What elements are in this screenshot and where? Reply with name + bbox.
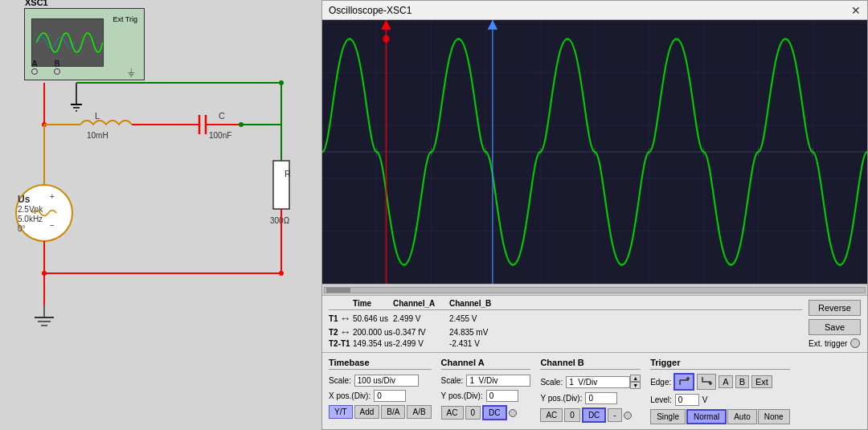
chb-ypos-row: Y pos.(Div): — [540, 392, 641, 404]
chb-minus-button[interactable]: - — [608, 408, 621, 422]
controls-panel: Timebase Scale: X pos.(Div): Y/T Add B/A… — [322, 352, 867, 429]
timebase-scale-input[interactable] — [354, 375, 419, 387]
svg-text:100nF: 100nF — [209, 131, 231, 140]
cha-btn-row: AC 0 DC — [441, 405, 531, 420]
cha-title: Channel A — [441, 358, 531, 370]
meas-row-t2t1: T2-T1 149.354 us -2.499 V -2.431 V — [329, 339, 802, 348]
trigger-edge-label: Edge: — [650, 378, 671, 387]
cha-radio[interactable] — [509, 409, 517, 417]
scrollbar-thumb[interactable] — [326, 288, 350, 293]
chb-ypos-input[interactable] — [585, 392, 617, 404]
cha-ac-button[interactable]: AC — [441, 406, 464, 420]
meas-row-t2: T2 ↔ 200.000 us -0.347 fV 24.835 mV — [329, 326, 802, 338]
svg-rect-22 — [273, 161, 289, 209]
ab-button[interactable]: A/B — [407, 405, 431, 419]
svg-text:10mH: 10mH — [87, 131, 108, 140]
chb-scale-down[interactable]: ▼ — [630, 382, 641, 389]
svg-point-69 — [383, 35, 389, 43]
auto-button[interactable]: Auto — [727, 409, 757, 424]
ba-button[interactable]: B/A — [381, 405, 405, 419]
chb-ac-button[interactable]: AC — [540, 408, 563, 422]
chb-header: Channel_B — [449, 299, 506, 308]
trigger-ext-button[interactable]: Ext — [751, 375, 772, 388]
t2-arrows[interactable]: ↔ — [340, 326, 351, 338]
close-button[interactable]: ✕ — [851, 4, 861, 17]
oscilloscope-display — [322, 20, 867, 284]
trigger-level-row: Level: V — [650, 394, 790, 406]
t1-cha: 2.499 V — [393, 314, 449, 323]
chb-scale-input[interactable] — [566, 376, 630, 388]
cha-ypos-label: Y pos.(Div): — [441, 391, 483, 400]
meas-buttons: Reverse Save Ext. trigger — [809, 299, 861, 349]
meas-header: Time Channel_A Channel_B — [329, 299, 802, 310]
timebase-scale-row: Scale: — [329, 375, 432, 387]
chb-ypos-label: Y pos.(Div): — [540, 394, 582, 403]
t2-time: 200.000 us — [353, 328, 393, 337]
cha-scale-input[interactable] — [466, 375, 530, 387]
none-button[interactable]: None — [758, 409, 790, 424]
ext-trigger-indicator — [850, 338, 860, 348]
cha-ypos-row: Y pos.(Div): — [441, 390, 531, 402]
t2-cha: -0.347 fV — [393, 328, 449, 337]
cha-scale-label: Scale: — [441, 376, 464, 385]
cha-ypos-input[interactable] — [486, 390, 518, 402]
svg-text:5.0kHz: 5.0kHz — [18, 215, 43, 223]
timebase-xpos-input[interactable] — [374, 390, 406, 402]
svg-text:−: − — [50, 221, 55, 230]
chb-radio[interactable] — [624, 412, 632, 420]
chb-scale-up[interactable]: ▲ — [630, 375, 641, 382]
svg-text:R: R — [285, 169, 291, 178]
measurements-panel: Time Channel_A Channel_B T1 ↔ 50.646 us … — [322, 295, 867, 352]
trigger-a-button[interactable]: A — [719, 375, 732, 388]
add-button[interactable]: Add — [354, 405, 380, 419]
t1-time: 50.646 us — [353, 314, 393, 323]
trigger-fall-button[interactable] — [697, 374, 716, 390]
trigger-edge-row: Edge: A B Ext — [650, 373, 790, 391]
chb-scale-spinner[interactable]: ▲ ▼ — [630, 375, 641, 389]
channel-b-group: Channel B Scale: ▲ ▼ Y pos.(Div): AC 0 D… — [540, 358, 641, 424]
single-button[interactable]: Single — [650, 409, 686, 424]
circuit-panel: XSC1 Ext Trig A B ⏚ — [0, 0, 321, 430]
chb-0-button[interactable]: 0 — [564, 408, 580, 422]
cha-dc-button[interactable]: DC — [482, 405, 506, 420]
timebase-xpos-label: X pos.(Div): — [329, 391, 371, 400]
chb-btn-row: AC 0 DC - — [540, 407, 641, 423]
svg-text:300Ω: 300Ω — [270, 216, 290, 225]
trigger-b-button[interactable]: B — [735, 375, 749, 388]
t2t1-cha: -2.499 V — [393, 339, 449, 348]
t2t1-label: T2-T1 — [329, 339, 353, 348]
svg-text:0°: 0° — [18, 224, 26, 233]
svg-text:+: + — [50, 192, 55, 201]
meas-row-t1: T1 ↔ 50.646 us 2.499 V 2.455 V — [329, 312, 802, 325]
normal-button[interactable]: Normal — [686, 409, 727, 424]
oscilloscope-window: Oscilloscope-XSC1 ✕ — [321, 0, 868, 430]
timebase-scale-label: Scale: — [329, 376, 351, 385]
t2-label: T2 — [329, 328, 338, 337]
trigger-rise-button[interactable] — [674, 373, 694, 391]
chb-scale-row: Scale: ▲ ▼ — [540, 375, 641, 389]
oscilloscope-scrollbar[interactable] — [322, 284, 867, 295]
cha-0-button[interactable]: 0 — [465, 406, 481, 420]
ext-trigger-container: Ext. trigger — [809, 338, 861, 348]
timebase-title: Timebase — [329, 358, 432, 370]
save-button[interactable]: Save — [809, 319, 861, 335]
trigger-mode-row: Single Normal Auto None — [650, 409, 790, 424]
chb-dc-button[interactable]: DC — [582, 407, 606, 423]
cha-scale-row: Scale: — [441, 375, 531, 387]
scrollbar-track[interactable] — [324, 287, 866, 293]
trigger-title: Trigger — [650, 358, 790, 370]
t1-arrows[interactable]: ↔ — [340, 312, 351, 325]
trigger-level-input[interactable] — [675, 394, 699, 406]
trigger-group: Trigger Edge: A B Ext — [650, 358, 790, 424]
measurements-table: Time Channel_A Channel_B T1 ↔ 50.646 us … — [329, 299, 802, 349]
reverse-button[interactable]: Reverse — [809, 300, 861, 316]
yt-button[interactable]: Y/T — [329, 405, 353, 419]
circuit-diagram: L 10mH C 100nF R 300Ω Us 2. — [0, 0, 321, 430]
t2-chb: 24.835 mV — [449, 328, 506, 337]
t1-chb: 2.455 V — [449, 314, 506, 323]
t2t1-time: 149.354 us — [353, 339, 393, 348]
timebase-btn-row: Y/T Add B/A A/B — [329, 405, 432, 419]
trigger-level-label: Level: — [650, 395, 672, 404]
svg-text:Us: Us — [18, 194, 31, 205]
t1-label: T1 — [329, 314, 338, 323]
